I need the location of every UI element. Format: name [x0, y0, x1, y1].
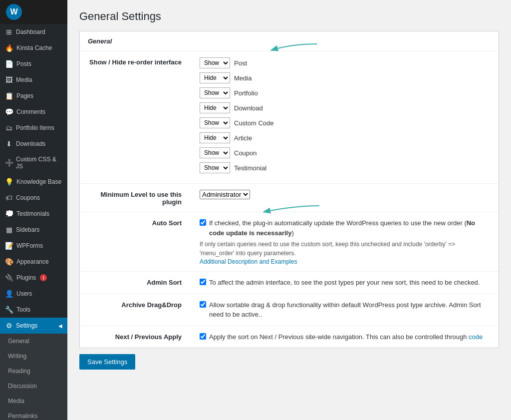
main-content: General Settings General	[67, 0, 511, 420]
plugins-badge: 1	[40, 274, 47, 281]
settings-section: General Show / Hide re-order interface S…	[79, 31, 499, 348]
sidebar-item-label: Settings	[16, 322, 37, 329]
reorder-select-download[interactable]: HideShow	[200, 102, 230, 113]
auto-sort-description: If checked, the plug-in automatically up…	[209, 218, 491, 238]
knowledge-icon: 💡	[5, 178, 13, 186]
sidebar-item-label: Users	[16, 290, 32, 297]
sidebar-item-dashboard[interactable]: ⊞ Dashboard	[0, 24, 67, 40]
sidebar-item-plugins[interactable]: 🔌 Plugins 1	[0, 270, 67, 286]
reorder-row-custom-code: ShowHide Custom Code	[200, 117, 491, 128]
reorder-select-testimonial[interactable]: ShowHide	[200, 162, 230, 173]
settings-icon: ⚙	[5, 322, 13, 330]
appearance-icon: 🎨	[5, 258, 13, 266]
next-previous-checkbox-row: Apply the sort on Next / Previous site-w…	[200, 332, 491, 342]
sidebar-item-label: Sidebars	[16, 226, 39, 233]
reorder-select-post[interactable]: ShowHide	[200, 57, 230, 68]
reorder-item-portfolio: Portfolio	[234, 89, 258, 97]
sidebar-item-settings[interactable]: ⚙ Settings ◀	[0, 318, 67, 334]
auto-sort-label: Auto Sort	[80, 212, 190, 272]
minimum-level-select[interactable]: Administrator Editor Author Contributor …	[200, 190, 250, 199]
sidebar-item-knowledge-base[interactable]: 💡 Knowledge Base	[0, 174, 67, 190]
portfolio-icon: 🗂	[5, 124, 13, 132]
save-settings-button[interactable]: Save Settings	[79, 354, 135, 370]
sidebar-item-coupons[interactable]: 🏷 Coupons	[0, 190, 67, 206]
submenu-permalinks-label: Permalinks	[8, 413, 37, 420]
sidebar-item-label: Comments	[16, 108, 45, 115]
sidebar-item-pages[interactable]: 📋 Pages	[0, 88, 67, 104]
submenu-general[interactable]: General	[0, 334, 67, 349]
sidebar-item-posts[interactable]: 📄 Posts	[0, 56, 67, 72]
sidebar-item-label: Posts	[16, 60, 31, 67]
reorder-row-media: HideShow Media	[200, 72, 491, 83]
sidebar-item-custom-css[interactable]: ➕ Custom CSS & JS	[0, 152, 67, 174]
sidebar-item-portfolio-items[interactable]: 🗂 Portfolio Items	[0, 120, 67, 136]
sidebar-item-label: Appearance	[16, 258, 49, 265]
wpforms-icon: 📝	[5, 242, 13, 250]
testimonials-icon: 💭	[5, 210, 13, 218]
sidebar-item-users[interactable]: 👤 Users	[0, 286, 67, 302]
next-previous-label: Next / Previous Apply	[80, 326, 190, 348]
submenu-writing[interactable]: Writing	[0, 349, 67, 364]
admin-sort-checkbox-row: To affect the admin interface, to see th…	[200, 278, 491, 288]
admin-sort-checkbox[interactable]	[200, 279, 206, 285]
next-previous-link[interactable]: code	[469, 333, 483, 341]
sidebar: W ⊞ Dashboard 🔥 Kinsta Cache 📄 Posts 🖼 M…	[0, 0, 67, 420]
admin-sort-value-cell: To affect the admin interface, to see th…	[190, 272, 499, 294]
sidebar-item-wpforms[interactable]: 📝 WPForms	[0, 238, 67, 254]
reorder-item-download: Download	[234, 104, 263, 112]
reorder-row-testimonial: ShowHide Testimonial	[200, 162, 491, 173]
archive-drag-drop-value-cell: Allow sortable drag & drop functionality…	[190, 294, 499, 326]
reorder-select-media[interactable]: HideShow	[200, 72, 230, 83]
sidebar-item-comments[interactable]: 💬 Comments	[0, 104, 67, 120]
reorder-select-article[interactable]: HideShow	[200, 132, 230, 143]
reorder-row-article: HideShow Article	[200, 132, 491, 143]
next-previous-row: Next / Previous Apply Apply the sort on …	[80, 326, 499, 348]
sidebar-item-label: Plugins	[16, 274, 36, 281]
reorder-select-portfolio[interactable]: ShowHide	[200, 87, 230, 98]
reorder-label: Show / Hide re-order interface	[80, 51, 190, 184]
section-label: General	[80, 31, 499, 51]
sidebar-item-media[interactable]: 🖼 Media	[0, 72, 67, 88]
sidebar-item-sidebars[interactable]: ▦ Sidebars	[0, 222, 67, 238]
submenu-discussion[interactable]: Discussion	[0, 379, 67, 394]
next-previous-checkbox[interactable]	[200, 333, 206, 340]
reorder-item-media: Media	[234, 74, 252, 82]
sidebar-item-label: Knowledge Base	[16, 178, 61, 185]
reorder-item-article: Article	[234, 134, 252, 142]
auto-sort-row: Auto Sort If checked, the plug-in automa…	[80, 212, 499, 272]
submenu-general-label: General	[8, 338, 29, 345]
settings-submenu: General Writing Reading Discussion Media…	[0, 334, 67, 420]
reorder-select-coupon[interactable]: ShowHide	[200, 147, 230, 158]
next-previous-value-cell: Apply the sort on Next / Previous site-w…	[190, 326, 499, 348]
sidebar-item-label: Tools	[16, 306, 30, 313]
reorder-row-download: HideShow Download	[200, 102, 491, 113]
reorder-row-post: ShowHide Post	[200, 57, 491, 68]
auto-sort-link[interactable]: Additional Description and Examples	[200, 258, 297, 265]
submenu-reading[interactable]: Reading	[0, 364, 67, 379]
sidebar-item-testimonials[interactable]: 💭 Testimonials	[0, 206, 67, 222]
sidebar-item-downloads[interactable]: ⬇ Downloads	[0, 136, 67, 152]
plugins-icon: 🔌	[5, 274, 13, 282]
archive-drag-drop-checkbox-row: Allow sortable drag & drop functionality…	[200, 300, 491, 320]
archive-drag-drop-checkbox[interactable]	[200, 301, 206, 308]
sidebar-item-kinsta[interactable]: 🔥 Kinsta Cache	[0, 40, 67, 56]
sidebar-logo: W	[0, 0, 67, 24]
sidebar-item-appearance[interactable]: 🎨 Appearance	[0, 254, 67, 270]
reorder-row-coupon: ShowHide Coupon	[200, 147, 491, 158]
minimum-level-value-cell: Administrator Editor Author Contributor …	[190, 184, 499, 212]
sidebar-item-tools[interactable]: 🔧 Tools	[0, 302, 67, 318]
page-title: General Settings	[79, 10, 499, 23]
reorder-select-custom-code[interactable]: ShowHide	[200, 117, 230, 128]
auto-sort-checkbox[interactable]	[200, 219, 206, 226]
submenu-permalinks[interactable]: Permalinks	[0, 409, 67, 420]
admin-sort-row: Admin Sort To affect the admin interface…	[80, 272, 499, 294]
next-previous-description: Apply the sort on Next / Previous site-w…	[209, 332, 483, 342]
sidebar-item-label: Media	[16, 76, 32, 83]
archive-drag-drop-description: Allow sortable drag & drop functionality…	[209, 300, 491, 320]
posts-icon: 📄	[5, 60, 13, 68]
kinsta-icon: 🔥	[5, 44, 13, 52]
submenu-discussion-label: Discussion	[8, 383, 37, 390]
admin-sort-description: To affect the admin interface, to see th…	[209, 278, 480, 288]
submenu-media[interactable]: Media	[0, 394, 67, 409]
dashboard-icon: ⊞	[5, 28, 13, 36]
